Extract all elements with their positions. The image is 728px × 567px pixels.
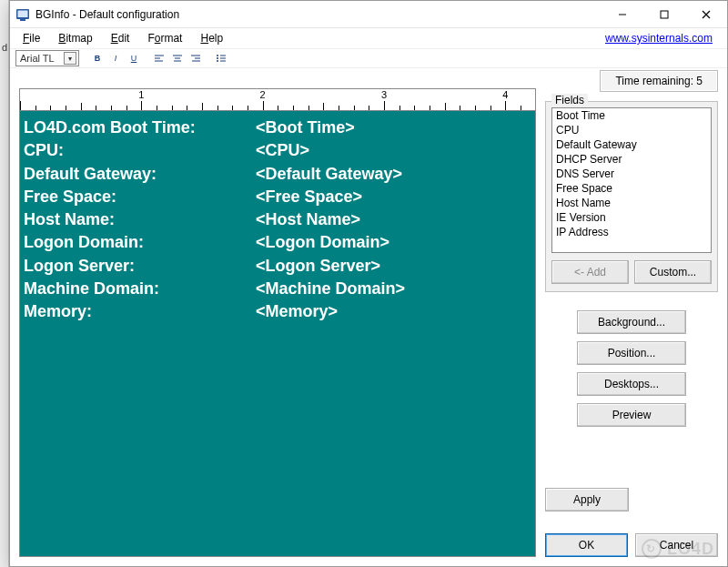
fields-list-item[interactable]: Free Space (552, 181, 711, 196)
svg-point-16 (217, 55, 218, 56)
side-button-stack: Background... Position... Desktops... Pr… (545, 310, 718, 427)
ok-button[interactable]: OK (545, 533, 628, 557)
fields-group: Fields Boot TimeCPUDefault GatewayDHCP S… (545, 101, 718, 292)
format-toolbar: Arial TL ▾ B I U (10, 48, 727, 68)
align-right-icon[interactable] (188, 51, 203, 66)
add-field-button[interactable]: <- Add (551, 260, 629, 284)
custom-field-button[interactable]: Custom... (634, 260, 712, 284)
editor-row-value: <Logon Domain> (256, 231, 407, 254)
sysinternals-link[interactable]: www.sysinternals.com (605, 32, 722, 45)
editor-row[interactable]: Machine Domain:<Machine Domain> (24, 278, 407, 300)
editor-row[interactable]: Logon Domain:<Logon Domain> (24, 231, 407, 254)
sliver-char: d (2, 42, 7, 53)
preview-button[interactable]: Preview (577, 403, 686, 427)
fields-list-item[interactable]: Boot Time (552, 108, 711, 123)
window-title: BGInfo - Default configuration (35, 8, 179, 21)
editor-row-value: <Memory> (256, 300, 407, 323)
editor-table: LO4D.com Boot Time:<Boot Time>CPU:<CPU>D… (24, 116, 407, 324)
fields-listbox[interactable]: Boot TimeCPUDefault GatewayDHCP ServerDN… (551, 107, 712, 253)
background-button[interactable]: Background... (577, 310, 686, 334)
menu-help[interactable]: Help (193, 30, 230, 46)
ruler-number: 4 (502, 89, 508, 100)
side-column: Time remaining: 5 Fields Boot TimeCPUDef… (545, 70, 718, 557)
titlebar: BGInfo - Default configuration (10, 1, 727, 28)
close-button[interactable] (685, 1, 727, 27)
editor-row-value: <Machine Domain> (256, 278, 407, 300)
svg-rect-2 (20, 19, 25, 21)
fields-list-item[interactable]: DHCP Server (552, 152, 711, 167)
cancel-button[interactable]: Cancel (635, 533, 718, 557)
apply-button[interactable]: Apply (545, 488, 629, 511)
menubar: File Bitmap Edit Format Help www.sysinte… (10, 28, 727, 48)
editor-row[interactable]: Logon Server:<Logon Server> (24, 255, 407, 278)
position-button[interactable]: Position... (577, 341, 686, 365)
align-center-icon[interactable] (170, 51, 185, 66)
menu-file[interactable]: File (15, 30, 47, 46)
menu-edit[interactable]: Edit (104, 30, 137, 46)
svg-point-20 (217, 60, 218, 62)
content-area: 1234 LO4D.com Boot Time:<Boot Time>CPU:<… (19, 70, 718, 557)
svg-point-18 (217, 57, 218, 59)
editor-row[interactable]: Host Name:<Host Name> (24, 208, 407, 231)
editor-row-value: <Logon Server> (256, 255, 407, 278)
editor-row-label: Free Space: (24, 186, 256, 208)
ruler-number: 1 (138, 89, 144, 100)
minimize-button[interactable] (602, 1, 643, 27)
chevron-down-icon[interactable]: ▾ (64, 52, 76, 65)
editor-row-value: <Free Space> (256, 186, 407, 208)
time-remaining: Time remaining: 5 (600, 70, 718, 92)
editor-row-value: <CPU> (256, 139, 407, 162)
fields-list-item[interactable]: Default Gateway (552, 137, 711, 152)
background-window-sliver: d (0, 0, 9, 567)
editor-row[interactable]: CPU:<CPU> (24, 139, 407, 162)
editor-row-label: Memory: (24, 300, 256, 323)
font-family-value: Arial TL (20, 53, 55, 64)
editor-row-label: Logon Domain: (24, 231, 256, 254)
fields-list-item[interactable]: Host Name (552, 196, 711, 210)
editor-row-label: CPU: (24, 139, 256, 162)
editor-row-value: <Host Name> (256, 208, 407, 231)
ruler: 1234 (19, 88, 536, 110)
fields-list-item[interactable]: CPU (552, 123, 711, 137)
ruler-number: 2 (260, 89, 266, 100)
desktops-button[interactable]: Desktops... (577, 372, 686, 396)
font-family-combo[interactable]: Arial TL ▾ (15, 50, 79, 66)
editor-row[interactable]: Memory:<Memory> (24, 300, 407, 323)
menu-bitmap[interactable]: Bitmap (51, 30, 99, 46)
editor-row[interactable]: LO4D.com Boot Time:<Boot Time> (24, 116, 407, 139)
editor-row-label: Machine Domain: (24, 278, 256, 300)
fields-list-item[interactable]: DNS Server (552, 167, 711, 181)
editor-row-value: <Default Gateway> (256, 163, 407, 186)
fields-list-item[interactable]: IP Address (552, 225, 711, 239)
editor-column: 1234 LO4D.com Boot Time:<Boot Time>CPU:<… (19, 70, 536, 557)
editor-row[interactable]: Default Gateway:<Default Gateway> (24, 163, 407, 186)
ruler-number: 3 (381, 89, 387, 100)
editor-row-label: LO4D.com Boot Time: (24, 116, 256, 139)
editor-row-label: Default Gateway: (24, 163, 256, 186)
fields-list-item[interactable]: IE Version (552, 210, 711, 225)
editor-row-value: <Boot Time> (256, 116, 407, 139)
editor-row-label: Logon Server: (24, 255, 256, 278)
align-left-icon[interactable] (152, 51, 167, 66)
app-icon (15, 7, 30, 22)
fields-legend: Fields (551, 94, 588, 106)
maximize-button[interactable] (643, 1, 685, 27)
bullets-icon[interactable] (214, 51, 228, 66)
editor-row[interactable]: Free Space:<Free Space> (24, 186, 407, 208)
menu-format[interactable]: Format (140, 30, 189, 46)
bginfo-window: BGInfo - Default configuration File Bitm… (9, 0, 728, 567)
editor-row-label: Host Name: (24, 208, 256, 231)
window-controls (602, 1, 727, 27)
svg-rect-1 (18, 10, 28, 17)
bold-button[interactable]: B (90, 51, 105, 66)
svg-rect-4 (661, 11, 668, 18)
underline-button[interactable]: U (126, 51, 141, 66)
bginfo-editor[interactable]: LO4D.com Boot Time:<Boot Time>CPU:<CPU>D… (19, 110, 536, 557)
italic-button[interactable]: I (108, 51, 123, 66)
